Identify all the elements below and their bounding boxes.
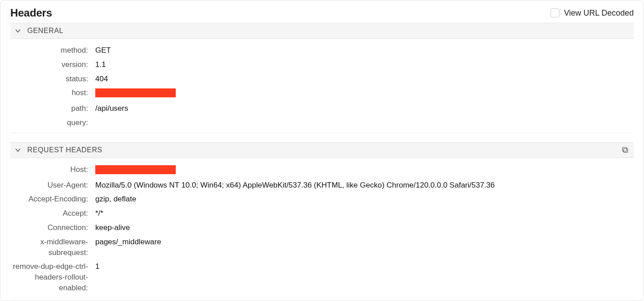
section-request-headers-header[interactable]: REQUEST HEADERS [10,142,634,158]
view-url-decoded-label: View URL Decoded [564,8,634,18]
panel-header: Headers View URL Decoded [0,0,644,23]
field-label: version [10,59,90,70]
field-query: query [10,116,634,130]
field-connection: Connection keep-alive [10,221,634,235]
field-value: keep-alive [90,222,130,233]
section-general: GENERAL method GET version 1.1 status 40… [10,23,634,133]
section-request-headers: REQUEST HEADERS Host User-Agent Mozilla/… [10,142,634,298]
svg-rect-1 [623,147,627,151]
field-label: method [10,45,90,56]
field-label: Accept-Encoding [10,194,90,205]
field-value: pages/_middleware [90,237,161,247]
field-version: version 1.1 [10,58,634,72]
chevron-down-icon [15,28,21,34]
field-user-agent: User-Agent Mozilla/5.0 (Windows NT 10.0;… [10,178,634,192]
field-label: Connection [10,222,90,233]
field-value: GET [90,45,111,56]
field-value: 1 [90,261,99,272]
field-method: method GET [10,43,634,58]
request-headers-rows: Host User-Agent Mozilla/5.0 (Windows NT … [10,158,634,298]
field-value: */* [90,208,103,219]
field-value [90,88,176,100]
field-label: status [10,74,90,84]
view-url-decoded-toggle[interactable]: View URL Decoded [551,8,634,18]
panel-title: Headers [10,7,52,19]
field-accept: Accept */* [10,206,634,221]
field-label: Host [10,164,90,175]
chevron-down-icon [15,147,21,153]
field-value: 1.1 [90,59,106,70]
field-value: /api/users [90,103,128,114]
field-accept-encoding: Accept-Encoding gzip, deflate [10,192,634,206]
field-host: host [10,86,634,101]
field-remove-dup-edge-ctrl: remove-dup-edge-ctrl-headers-rollout-ena… [10,259,634,295]
checkbox-icon[interactable] [551,8,559,17]
section-general-header[interactable]: GENERAL [10,23,634,39]
field-label: x-middleware-subrequest [10,237,90,258]
field-label: User-Agent [10,180,90,191]
copy-icon[interactable] [621,146,629,154]
redacted-block [95,165,176,174]
field-value: Mozilla/5.0 (Windows NT 10.0; Win64; x64… [90,180,495,191]
svg-rect-0 [624,148,628,152]
field-path: path /api/users [10,101,634,116]
field-value: 404 [90,74,108,84]
field-label: remove-dup-edge-ctrl-headers-rollout-ena… [10,261,90,293]
field-label: query [10,117,90,128]
field-value: gzip, deflate [90,194,136,205]
field-label: path [10,103,90,114]
headers-panel: Headers View URL Decoded GENERAL method … [0,0,644,301]
field-status: status 404 [10,72,634,86]
section-general-title: GENERAL [27,27,64,35]
general-rows: method GET version 1.1 status 404 host p… [10,39,634,133]
field-label: Accept [10,208,90,219]
field-host: Host [10,163,634,178]
section-request-headers-title: REQUEST HEADERS [27,146,102,154]
field-label: host [10,88,90,98]
field-x-middleware-subrequest: x-middleware-subrequest pages/_middlewar… [10,235,634,260]
redacted-block [95,88,176,97]
field-value [90,164,176,176]
